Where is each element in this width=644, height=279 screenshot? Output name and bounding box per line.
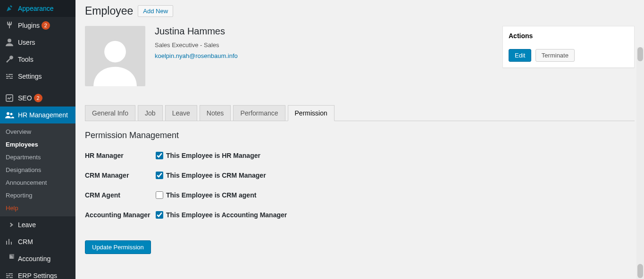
badge: 2 (42, 21, 50, 30)
permission-row-crm-manager: CRM Manager This Employee is CRM Manager (85, 172, 635, 179)
sidebar-item-erp-settings[interactable]: ERP Settings (0, 267, 75, 279)
sidebar-label: Settings (18, 73, 42, 80)
main-content: Employee Add New Justina Hammes Sales Ex… (75, 0, 644, 279)
perm-text: This Employee is HR Manager (166, 152, 260, 159)
sidebar-item-tools[interactable]: Tools (0, 51, 75, 68)
svg-point-4 (104, 41, 126, 63)
perm-label: HR Manager (85, 152, 156, 159)
profile-area: Justina Hammes Sales Executive - Sales k… (85, 26, 493, 86)
sidebar-item-accounting[interactable]: Accounting (0, 250, 75, 267)
tab-job[interactable]: Job (138, 105, 163, 121)
sidebar-item-appearance[interactable]: Appearance (0, 0, 75, 17)
employee-name: Justina Hammes (155, 26, 238, 37)
avatar (85, 26, 145, 86)
page-scrollbar[interactable] (636, 47, 644, 279)
settings-icon (5, 271, 14, 279)
svg-rect-1 (6, 95, 13, 101)
scroll-down-indicator[interactable] (637, 264, 643, 278)
perm-check[interactable]: This Employee is HR Manager (156, 152, 260, 159)
submenu-overview[interactable]: Overview (0, 125, 75, 138)
sidebar-label: Plugins (18, 22, 40, 29)
perm-check[interactable]: This Employee is Accounting Manager (156, 211, 287, 219)
svg-point-0 (8, 39, 11, 42)
sidebar-label: ERP Settings (18, 272, 57, 279)
actions-title: Actions (509, 32, 628, 43)
permission-section-title: Permission Management (85, 131, 635, 140)
perm-checkbox-crm-manager[interactable] (156, 172, 163, 179)
profile-info: Justina Hammes Sales Executive - Sales k… (155, 26, 238, 86)
perm-checkbox-crm-agent[interactable] (156, 191, 163, 199)
sidebar-label: Accounting (18, 255, 50, 263)
sidebar-label: Appearance (18, 5, 54, 12)
sliders-icon (5, 72, 14, 81)
permission-row-crm-agent: CRM Agent This Employee is CRM agent (85, 191, 635, 199)
sidebar-label: Tools (18, 56, 33, 63)
submenu-announcement[interactable]: Announcement (0, 176, 75, 189)
perm-check[interactable]: This Employee is CRM agent (156, 191, 256, 199)
perm-text: This Employee is Accounting Manager (166, 211, 287, 219)
sidebar-item-users[interactable]: Users (0, 34, 75, 51)
chart-bar-icon (5, 237, 14, 246)
badge: 2 (34, 94, 42, 102)
actions-panel: Actions Edit Terminate (502, 26, 635, 68)
tab-notes[interactable]: Notes (200, 105, 231, 121)
brush-icon (5, 4, 14, 13)
sidebar-label: Leave (18, 221, 36, 229)
plug-icon (5, 21, 14, 30)
submenu-designations[interactable]: Designations (0, 164, 75, 176)
wrench-icon (5, 55, 14, 64)
employee-email[interactable]: koelpin.nyah@rosenbaum.info (155, 52, 238, 59)
pie-chart-icon (5, 254, 14, 263)
employee-role: Sales Executive - Sales (155, 41, 238, 49)
scroll-up-indicator[interactable] (637, 47, 643, 61)
sidebar-item-settings[interactable]: Settings (0, 68, 75, 85)
sidebar-label: CRM (18, 238, 33, 246)
tab-permission[interactable]: Permission (288, 105, 335, 121)
submenu-employees[interactable]: Employees (0, 138, 75, 151)
admin-sidebar: Appearance Plugins 2 Users Tools Setting… (0, 0, 75, 279)
submenu-reporting[interactable]: Reporting (0, 189, 75, 202)
perm-label: Accounting Manager (85, 211, 156, 219)
submenu-help[interactable]: Help (0, 202, 75, 214)
permission-row-accounting-manager: Accounting Manager This Employee is Acco… (85, 211, 635, 219)
tab-performance[interactable]: Performance (233, 105, 285, 121)
update-permission-button[interactable]: Update Permission (85, 240, 151, 254)
profile-section: Justina Hammes Sales Executive - Sales k… (85, 26, 635, 86)
permission-row-hr-manager: HR Manager This Employee is HR Manager (85, 152, 635, 159)
employee-tabs: General Info Job Leave Notes Performance… (85, 105, 635, 121)
add-new-button[interactable]: Add New (138, 5, 173, 17)
perm-text: This Employee is CRM Manager (166, 172, 266, 179)
tab-general-info[interactable]: General Info (85, 105, 135, 121)
sidebar-item-leave[interactable]: Leave (0, 216, 75, 233)
seo-icon (5, 93, 14, 103)
svg-point-2 (7, 112, 9, 115)
sidebar-item-crm[interactable]: CRM (0, 233, 75, 250)
sidebar-label: Users (18, 39, 35, 46)
perm-checkbox-accounting-manager[interactable] (156, 211, 163, 219)
sidebar-item-hr-management[interactable]: HR Management (0, 107, 75, 123)
sidebar-label: SEO (18, 94, 32, 102)
edit-button[interactable]: Edit (509, 49, 531, 62)
sidebar-label: HR Management (18, 111, 68, 119)
perm-checkbox-hr-manager[interactable] (156, 152, 163, 159)
perm-text: This Employee is CRM agent (166, 191, 256, 199)
arrow-right-icon (5, 220, 14, 230)
hr-submenu: Overview Employees Departments Designati… (0, 123, 75, 216)
perm-label: CRM Manager (85, 172, 156, 179)
perm-label: CRM Agent (85, 191, 156, 199)
perm-check[interactable]: This Employee is CRM Manager (156, 172, 266, 179)
terminate-button[interactable]: Terminate (535, 49, 575, 62)
page-header: Employee Add New (85, 5, 635, 17)
tab-leave[interactable]: Leave (165, 105, 197, 121)
user-icon (5, 38, 14, 47)
users-icon (5, 110, 14, 120)
submenu-departments[interactable]: Departments (0, 151, 75, 164)
sidebar-item-plugins[interactable]: Plugins 2 (0, 17, 75, 34)
avatar-placeholder-icon (89, 34, 141, 86)
page-title: Employee (85, 5, 133, 17)
sidebar-item-seo[interactable]: SEO 2 (0, 90, 75, 107)
svg-point-3 (10, 113, 13, 115)
